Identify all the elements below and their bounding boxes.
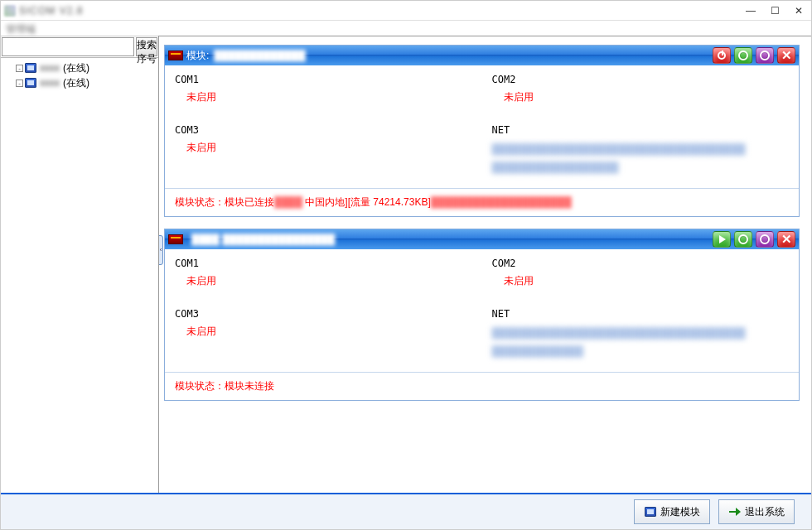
com1-cell: COM1 未启用 bbox=[165, 65, 482, 116]
tree-item[interactable]: - xxxx (在线) bbox=[4, 75, 155, 90]
gear-icon bbox=[760, 234, 770, 244]
minimize-button[interactable]: — bbox=[746, 5, 756, 17]
bottom-toolbar: 新建模块 退出系统 bbox=[1, 493, 811, 529]
com2-cell: COM2 未启用 bbox=[482, 249, 800, 300]
com3-cell: COM3 未启用 bbox=[165, 300, 482, 372]
card-title-blur: █████████████ bbox=[212, 50, 307, 61]
subtitle-bar: 管理端 bbox=[1, 21, 811, 36]
exit-system-button[interactable]: 退出系统 bbox=[718, 499, 795, 524]
card-title-prefix: 模块: bbox=[186, 49, 209, 63]
device-icon bbox=[25, 63, 36, 73]
card-close-button[interactable]: ✕ bbox=[777, 231, 795, 248]
com3-cell: COM3 未启用 bbox=[165, 116, 482, 188]
new-module-button[interactable]: 新建模块 bbox=[634, 499, 710, 524]
module-card: ████ ████████████████ ✕ COM1 未启用 COM2 未启… bbox=[164, 229, 800, 401]
sidebar: 搜索序号 - xxxx (在线) - xxxx (在线) bbox=[1, 36, 158, 493]
net-cell: NET ████████████████████████████████████… bbox=[482, 116, 800, 188]
settings-button[interactable] bbox=[734, 231, 752, 248]
com1-cell: COM1 未启用 bbox=[165, 249, 482, 300]
settings-button[interactable] bbox=[734, 47, 752, 64]
card-status: 模块状态：模块已连接████ 中国内地][流量 74214.73KB]█████… bbox=[165, 188, 799, 216]
play-button[interactable] bbox=[713, 231, 731, 248]
titlebar: SICOM V2.8 — ☐ ✕ bbox=[1, 1, 811, 21]
card-title-blur: ████ ████████████████ bbox=[190, 234, 336, 245]
app-icon bbox=[4, 5, 16, 17]
card-close-button[interactable]: ✕ bbox=[777, 47, 795, 64]
module-header-icon bbox=[168, 234, 183, 244]
device-icon bbox=[25, 78, 36, 88]
gear-icon bbox=[738, 234, 748, 244]
window-title: SICOM V2.8 bbox=[19, 5, 83, 17]
module-icon bbox=[645, 507, 656, 517]
com2-cell: COM2 未启用 bbox=[482, 65, 800, 116]
close-button[interactable]: ✕ bbox=[795, 5, 803, 17]
card-header: 模块: █████████████ ✕ bbox=[165, 46, 799, 65]
tree-expand-icon[interactable]: - bbox=[16, 65, 23, 72]
settings2-button[interactable] bbox=[756, 47, 774, 64]
exit-arrow-icon bbox=[729, 508, 741, 516]
power-icon bbox=[718, 51, 726, 60]
gear-icon bbox=[760, 51, 770, 60]
splitter-handle[interactable]: ‹ bbox=[158, 235, 163, 265]
net-cell: NET ████████████████████████████████████… bbox=[482, 300, 800, 372]
card-status: 模块状态：模块未连接 bbox=[165, 372, 799, 400]
gear-icon bbox=[738, 51, 748, 60]
module-header-icon bbox=[168, 51, 183, 60]
device-tree: - xxxx (在线) - xxxx (在线) bbox=[1, 58, 158, 493]
search-input[interactable] bbox=[2, 37, 134, 56]
card-header: ████ ████████████████ ✕ bbox=[165, 229, 799, 249]
search-button[interactable]: 搜索序号 bbox=[136, 37, 157, 56]
maximize-button[interactable]: ☐ bbox=[771, 5, 780, 17]
play-icon bbox=[719, 235, 726, 243]
tree-expand-icon[interactable]: - bbox=[16, 80, 23, 87]
module-card: 模块: █████████████ ✕ COM1 未启用 COM2 未启用 bbox=[164, 45, 800, 217]
tree-item[interactable]: - xxxx (在线) bbox=[4, 60, 155, 75]
settings2-button[interactable] bbox=[756, 231, 774, 248]
power-button[interactable] bbox=[713, 47, 731, 64]
content-area: ‹ 模块: █████████████ ✕ COM1 未启用 bbox=[158, 36, 811, 493]
